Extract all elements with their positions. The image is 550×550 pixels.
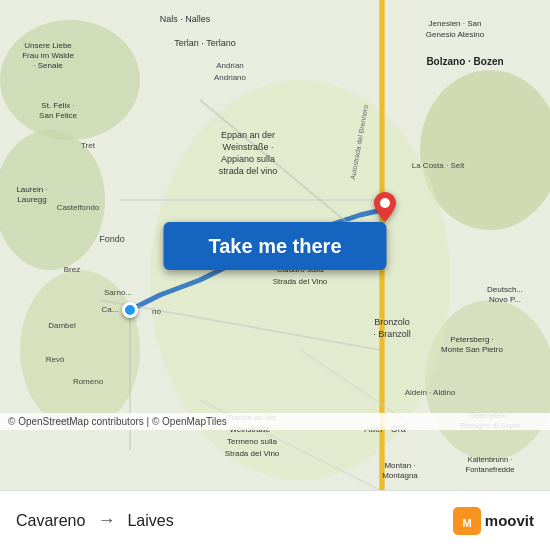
svg-text:Terlan · Terlano: Terlan · Terlano [174, 38, 235, 48]
svg-text:Fontanefredde: Fontanefredde [466, 465, 515, 474]
svg-text:La Costa · Seit: La Costa · Seit [412, 161, 465, 170]
svg-text:· Senale: · Senale [33, 61, 63, 70]
map-attribution: © OpenStreetMap contributors | © OpenMap… [0, 413, 550, 430]
svg-text:Laurein ·: Laurein · [16, 185, 47, 194]
svg-text:Strada del Vino: Strada del Vino [273, 277, 328, 286]
origin-marker [122, 302, 138, 318]
svg-text:strada del vino: strada del vino [219, 166, 278, 176]
svg-text:Andrian: Andrian [216, 61, 244, 70]
svg-text:Nals · Nalles: Nals · Nalles [160, 14, 211, 24]
svg-text:no: no [152, 307, 161, 316]
map-container: Autostrada del Brennero Nals · Nalles Te… [0, 0, 550, 490]
moovit-logo: M moovit [453, 507, 534, 535]
svg-text:Eppan an der: Eppan an der [221, 130, 275, 140]
svg-point-68 [380, 198, 390, 208]
svg-text:Monte San Pietro: Monte San Pietro [441, 345, 503, 354]
svg-text:Andriano: Andriano [214, 73, 247, 82]
svg-text:San Felice: San Felice [39, 111, 77, 120]
svg-text:Revò: Revò [46, 355, 65, 364]
svg-text:Castelfondo: Castelfondo [57, 203, 100, 212]
moovit-icon: M [453, 507, 481, 535]
bottom-bar: Cavareno → Laives M moovit [0, 490, 550, 550]
svg-text:Sarno...: Sarno... [104, 288, 132, 297]
svg-text:Fondo: Fondo [99, 234, 125, 244]
origin-label: Cavareno [16, 512, 85, 530]
svg-text:Frau im Walde: Frau im Walde [22, 51, 74, 60]
svg-text:M: M [462, 517, 471, 529]
svg-text:Romeno: Romeno [73, 377, 104, 386]
svg-text:Montagna: Montagna [382, 471, 418, 480]
svg-text:Termeno sulla: Termeno sulla [227, 437, 277, 446]
svg-text:Bolzano · Bozen: Bolzano · Bozen [426, 56, 503, 67]
svg-text:Brez: Brez [64, 265, 80, 274]
svg-text:Ca...: Ca... [102, 305, 119, 314]
svg-text:· Branzoll: · Branzoll [373, 329, 411, 339]
svg-text:Deutsch...: Deutsch... [487, 285, 523, 294]
destination-marker [374, 192, 396, 226]
svg-text:Novo P...: Novo P... [489, 295, 521, 304]
svg-point-1 [0, 20, 140, 140]
take-me-there-button[interactable]: Take me there [164, 222, 387, 270]
direction-arrow-icon: → [97, 510, 115, 531]
svg-text:Lauregg: Lauregg [17, 195, 46, 204]
svg-text:Appiano sulla: Appiano sulla [221, 154, 275, 164]
svg-text:Genesio Atesino: Genesio Atesino [426, 30, 485, 39]
svg-text:Weinstraße ·: Weinstraße · [223, 142, 274, 152]
svg-text:St. Felix ·: St. Felix · [41, 101, 74, 110]
svg-text:Petersberg ·: Petersberg · [450, 335, 494, 344]
svg-text:Montan ·: Montan · [384, 461, 415, 470]
app: Autostrada del Brennero Nals · Nalles Te… [0, 0, 550, 550]
svg-text:Dambel: Dambel [48, 321, 76, 330]
svg-text:Strada del Vino: Strada del Vino [225, 449, 280, 458]
svg-text:Unsere Liebe: Unsere Liebe [24, 41, 72, 50]
svg-point-2 [0, 130, 105, 270]
svg-text:Kaltenbrunn ·: Kaltenbrunn · [468, 455, 513, 464]
svg-text:Tret: Tret [81, 141, 96, 150]
svg-text:Aldein · Aldino: Aldein · Aldino [405, 388, 456, 397]
svg-text:Bronzolo: Bronzolo [374, 317, 410, 327]
destination-label: Laives [127, 512, 173, 530]
svg-text:Jenesien · San: Jenesien · San [429, 19, 482, 28]
moovit-label: moovit [485, 512, 534, 529]
